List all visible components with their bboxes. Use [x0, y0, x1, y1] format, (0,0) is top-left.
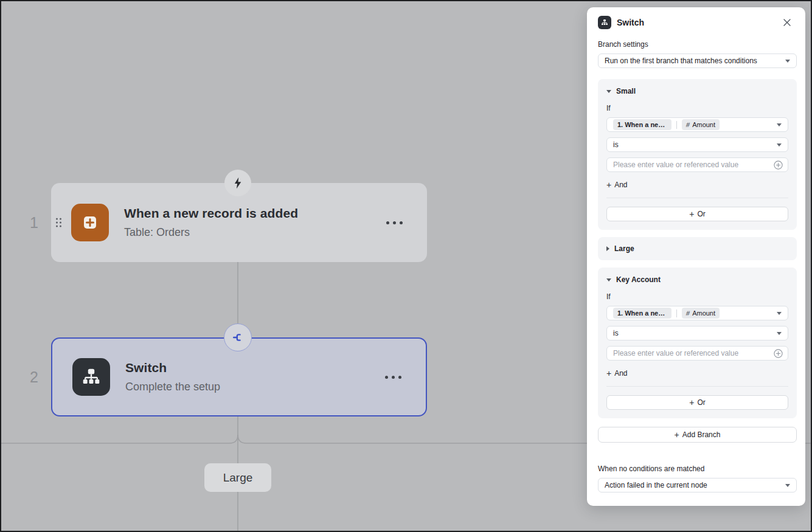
plus-icon: + — [606, 369, 611, 378]
operator-select[interactable]: is — [606, 326, 788, 340]
drag-handle-icon[interactable] — [56, 218, 61, 227]
expand-icon — [606, 246, 609, 251]
branch-key-account-header[interactable]: Key Account — [606, 275, 788, 284]
switch-icon — [598, 16, 611, 29]
chevron-down-icon — [777, 123, 782, 126]
chevron-down-icon — [785, 484, 790, 487]
app-window: 1 2 When a new record is added Table: Or… — [0, 0, 812, 532]
add-and-condition-button[interactable]: + And — [606, 181, 788, 189]
panel-title: Switch — [617, 18, 777, 27]
field-name-pill: #Amount — [682, 308, 720, 319]
operator-select[interactable]: is — [606, 137, 788, 152]
panel-header: Switch — [598, 16, 797, 29]
add-or-condition-button[interactable]: + Or — [606, 207, 788, 221]
add-branch-button[interactable]: + Add Branch — [598, 427, 797, 443]
switch-node-icon — [72, 358, 110, 396]
field-select[interactable]: 1. When a new ... #Amount — [606, 306, 788, 320]
plus-icon: + — [606, 181, 611, 189]
close-icon[interactable] — [782, 18, 792, 27]
branch-name: Large — [614, 244, 634, 253]
pill-divider — [676, 121, 677, 129]
insert-reference-icon[interactable] — [774, 161, 783, 170]
pill-divider — [676, 309, 677, 317]
collapse-icon — [606, 278, 611, 282]
insert-reference-icon[interactable] — [774, 349, 783, 358]
branch-name: Small — [616, 87, 636, 95]
plus-icon: + — [675, 430, 679, 439]
no-match-label: When no conditions are matched — [598, 465, 797, 473]
value-field-wrap — [606, 157, 788, 172]
operator-value: is — [613, 329, 773, 337]
field-select[interactable]: 1. When a new ... #Amount — [606, 117, 788, 132]
if-label: If — [606, 292, 788, 301]
no-match-value: Action failed in the current node — [605, 481, 782, 489]
value-input[interactable] — [613, 349, 770, 358]
field-name-pill: #Amount — [682, 119, 720, 130]
add-and-condition-button[interactable]: + And — [606, 369, 788, 378]
switch-node-subtitle: Complete the setup — [125, 381, 385, 393]
branch-badge-icon — [224, 323, 252, 351]
trigger-node-subtitle: Table: Orders — [124, 226, 386, 239]
branch-name: Key Account — [616, 275, 661, 284]
number-field-icon: # — [685, 309, 690, 317]
trigger-node-title: When a new record is added — [124, 206, 386, 221]
branch-large-header[interactable]: Large — [606, 244, 788, 253]
if-label: If — [606, 104, 788, 112]
branch-settings-value: Run on the first branch that matches con… — [605, 57, 782, 65]
field-ref-pill: 1. When a new ... — [613, 119, 671, 130]
branch-section-small: Small If 1. When a new ... #Amount is — [598, 79, 797, 230]
value-input[interactable] — [613, 161, 770, 169]
add-or-condition-button[interactable]: + Or — [606, 395, 788, 410]
chevron-down-icon — [777, 332, 782, 335]
plus-icon: + — [689, 398, 694, 407]
plus-icon: + — [689, 210, 694, 218]
chevron-down-icon — [785, 60, 790, 63]
node-index-1: 1 — [26, 214, 43, 232]
no-match-select[interactable]: Action failed in the current node — [598, 478, 797, 492]
field-ref-pill: 1. When a new ... — [613, 308, 671, 319]
node-index-2: 2 — [26, 368, 43, 386]
chevron-down-icon — [777, 312, 782, 315]
branch-section-large: Large — [598, 237, 797, 260]
switch-node-title: Switch — [125, 361, 385, 375]
branch-small-header[interactable]: Small — [606, 87, 788, 95]
more-menu-icon[interactable] — [385, 376, 401, 379]
collapse-icon — [606, 90, 611, 93]
branch-settings-label: Branch settings — [598, 40, 797, 49]
more-menu-icon[interactable] — [386, 221, 403, 224]
lightning-badge-icon — [224, 170, 251, 196]
branch-section-key-account: Key Account If 1. When a new ... #Amount… — [598, 268, 797, 418]
divider — [606, 386, 788, 387]
branch-label-large[interactable]: Large — [204, 463, 271, 492]
switch-config-panel: Switch Branch settings Run on the first … — [587, 7, 805, 506]
chevron-down-icon — [777, 143, 782, 147]
operator-value: is — [613, 140, 773, 149]
trigger-node-icon — [71, 204, 109, 241]
value-field-wrap — [606, 346, 788, 361]
branch-settings-select[interactable]: Run on the first branch that matches con… — [598, 54, 797, 68]
number-field-icon: # — [685, 121, 690, 128]
divider — [606, 198, 788, 198]
